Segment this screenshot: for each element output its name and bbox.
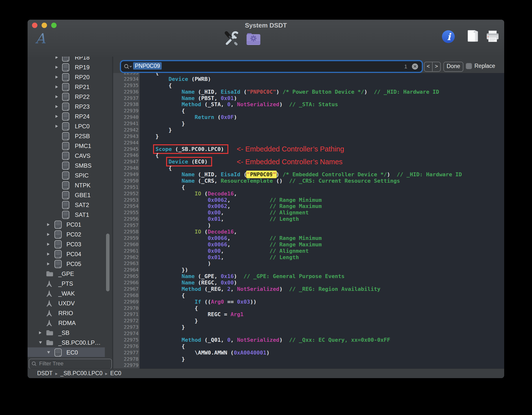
disclosure-collapsed-icon[interactable] [39, 331, 42, 336]
tree-item-RP22[interactable]: RP22 [28, 92, 112, 102]
tree-item-GBE1[interactable]: GBE1 [28, 190, 112, 200]
code-line-22954[interactable]: 0x0062, // Range Maximum [140, 203, 504, 209]
code-line-22952[interactable]: IO (Decode16, [140, 191, 504, 197]
code-line-22936[interactable]: Name (_HID, EisaId ("PNP0C0C") /* Power … [140, 89, 504, 95]
code-line-22935[interactable]: { [140, 82, 504, 89]
code-line-22951[interactable]: { [140, 184, 504, 191]
code-line-22964[interactable]: }) [140, 267, 504, 273]
code-line-22974[interactable] [140, 330, 504, 337]
disclosure-collapsed-icon[interactable] [55, 115, 58, 119]
filter-tree-input[interactable] [39, 360, 109, 368]
disclosure-collapsed-icon[interactable] [47, 223, 50, 227]
tree-item-RP23[interactable]: RP23 [28, 102, 112, 112]
tree-item-RDMA[interactable]: RDMA [28, 318, 112, 328]
code-line-22967[interactable]: Method (_REG, 2, NotSerialized) // _REG:… [140, 286, 504, 292]
tree-item-LPC0[interactable]: LPC0 [28, 121, 112, 131]
code-line-22971[interactable]: REGC = Arg1 [140, 311, 504, 318]
disclosure-collapsed-icon[interactable] [55, 124, 58, 129]
clear-search-icon[interactable]: ✕ [412, 63, 418, 70]
code-line-22968[interactable]: { [140, 292, 504, 299]
code-line-22963[interactable]: ) [140, 260, 504, 267]
code-line-22969[interactable]: If ((Arg0 == 0x03)) [140, 299, 504, 305]
tree-item-UXDV[interactable]: UXDV [28, 298, 112, 308]
sidebar-scrollbar[interactable] [106, 234, 110, 291]
tree-item-SMBS[interactable]: SMBS [28, 161, 112, 171]
code-line-22977[interactable]: \AMW0.AMWN (0xA0040001) [140, 350, 504, 356]
code-line-22948[interactable]: { [140, 165, 504, 171]
tree-item-RP20[interactable]: RP20 [28, 72, 112, 82]
tree-item-PC04[interactable]: PC04 [28, 249, 112, 259]
code-line-22940[interactable]: Return (0x0F) [140, 114, 504, 120]
fonts-button[interactable]: A Fonts [34, 31, 46, 47]
tree-item-NTPK[interactable]: NTPK [28, 180, 112, 190]
disclosure-expanded-icon[interactable] [39, 341, 42, 345]
tree-item-_WAK[interactable]: _WAK [28, 288, 112, 298]
tree-item-RP19[interactable]: RP19 [28, 62, 112, 72]
tree-item-SAT2[interactable]: SAT2 [28, 200, 112, 210]
code-line-22975[interactable]: Method (_Q01, 0, NotSerialized) // _Qxx:… [140, 337, 504, 343]
tree-item-SPIC[interactable]: SPIC [28, 170, 112, 180]
disclosure-collapsed-icon[interactable] [47, 252, 50, 257]
disclosure-collapsed-icon[interactable] [47, 262, 50, 267]
code-line-22976[interactable]: { [140, 343, 504, 350]
disclosure-collapsed-icon[interactable] [55, 57, 58, 60]
code-line-22961[interactable]: 0x00, // Alignment [140, 248, 504, 254]
tree-item-PC05[interactable]: PC05 [28, 259, 112, 269]
code-editor[interactable]: 2293322934229352293622937229382293922940… [113, 73, 504, 369]
disclosure-collapsed-icon[interactable] [55, 85, 58, 90]
code-line-22946[interactable]: { [140, 152, 504, 159]
tree-item-CAVS[interactable]: CAVS [28, 151, 112, 161]
tree-item-RP21[interactable]: RP21 [28, 82, 112, 92]
tree-item-_PTS[interactable]: _PTS [28, 279, 112, 289]
disclosure-collapsed-icon[interactable] [55, 105, 58, 109]
code-line-22941[interactable]: } [140, 120, 504, 127]
disclosure-collapsed-icon[interactable] [55, 95, 58, 100]
code-line-22972[interactable]: } [140, 318, 504, 324]
tree-item-EC0[interactable]: EC0 [28, 347, 105, 357]
tree-item-PC02[interactable]: PC02 [28, 229, 112, 239]
code-line-22979[interactable] [140, 362, 504, 369]
code-line-22943[interactable]: } [140, 133, 504, 140]
print-button[interactable]: Print [485, 30, 500, 44]
disclosure-collapsed-icon[interactable] [55, 65, 58, 70]
tree-item-RRIO[interactable]: RRIO [28, 308, 112, 318]
disclosure-collapsed-icon[interactable] [47, 233, 50, 237]
tree-item-P2SB[interactable]: P2SB [28, 131, 112, 141]
code-line-22959[interactable]: 0x0066, // Range Minimum [140, 235, 504, 241]
search-icon[interactable] [124, 64, 132, 71]
log-button[interactable]: Log [467, 29, 479, 45]
tree-item-RP18[interactable]: RP18 [28, 57, 112, 62]
tree-item-_SB.PC00.LP…[interactable]: _SB.PC00.LP… [28, 338, 112, 348]
code-line-22962[interactable]: 0x01, // Length [140, 254, 504, 261]
code-line-22960[interactable]: 0x0066, // Range Maximum [140, 241, 504, 248]
replace-checkbox[interactable] [466, 63, 472, 69]
code-line-22934[interactable]: Device (PWRB) [140, 76, 504, 82]
code-line-22957[interactable]: ) [140, 222, 504, 229]
code-line-22970[interactable]: { [140, 305, 504, 311]
code-line-22978[interactable]: } [140, 356, 504, 362]
search-input[interactable]: PNP0C09 1 ✕ [121, 61, 422, 72]
code-line-22944[interactable] [140, 140, 504, 146]
code-line-22956[interactable]: 0x01, // Length [140, 216, 504, 222]
find-previous-button[interactable]: < [424, 62, 433, 71]
tree-item-PC03[interactable]: PC03 [28, 239, 112, 249]
summary-button[interactable]: i Summary [441, 30, 455, 44]
code-line-22933[interactable]: { [140, 73, 504, 76]
tree-item-SAT1[interactable]: SAT1 [28, 210, 112, 220]
code-line-22965[interactable]: Name (_GPE, 0x16) // _GPE: General Purpo… [140, 273, 504, 280]
code-line-22953[interactable]: 0x0062, // Range Minimum [140, 197, 504, 203]
code-line-22937[interactable]: Name (PBST, 0x01) [140, 95, 504, 102]
tree-item-RP24[interactable]: RP24 [28, 111, 112, 121]
tree-item-PC01[interactable]: PC01 [28, 220, 112, 230]
disclosure-expanded-icon[interactable] [47, 351, 50, 355]
compile-button[interactable]: Compile [223, 31, 239, 48]
code-line-22947[interactable]: Device (EC0) [140, 159, 504, 165]
patch-button[interactable]: Patch [246, 32, 261, 47]
code-line-22966[interactable]: Name (REGC, 0x00) [140, 280, 504, 286]
code-line-22949[interactable]: Name (_HID, EisaId ("PNP0C09") /* Embedd… [140, 171, 504, 178]
find-next-button[interactable]: > [433, 62, 440, 71]
code-line-22958[interactable]: IO (Decode16, [140, 229, 504, 235]
tree-item-_GPE[interactable]: _GPE [28, 269, 112, 279]
tree-item-PMC1[interactable]: PMC1 [28, 141, 112, 151]
tree-item-_SB[interactable]: _SB [28, 328, 112, 338]
